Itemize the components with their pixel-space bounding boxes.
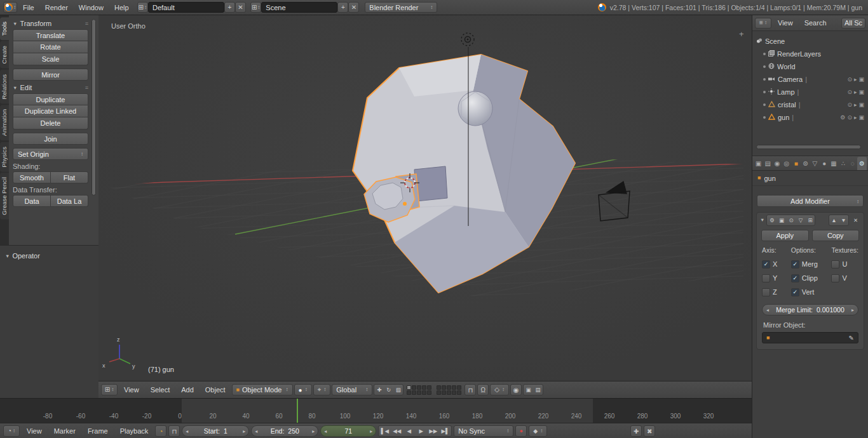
- renderable-icon[interactable]: ▣: [858, 102, 864, 108]
- modifier-editmode-toggle[interactable]: ▽: [796, 215, 805, 225]
- layer-cell[interactable]: [457, 390, 461, 395]
- proportional-edit-button[interactable]: ◉: [510, 384, 522, 395]
- timeline-editor[interactable]: -80-60-40-200204060801001201401601802002…: [0, 398, 752, 438]
- mirror-object-field[interactable]: ■ ✎: [762, 332, 858, 343]
- shelf-tab-tools[interactable]: Tools: [0, 17, 9, 40]
- data-button[interactable]: Data: [13, 195, 51, 207]
- layers-widget-group1[interactable]: [407, 385, 431, 395]
- rotate-manipulator-button[interactable]: ↻: [384, 385, 393, 395]
- eye-icon[interactable]: ⊙: [847, 76, 852, 83]
- outliner-item-scene[interactable]: Scene: [752, 35, 868, 48]
- merge-option[interactable]: ✓ Merg: [791, 257, 832, 271]
- opengl-render-anim-button[interactable]: ▤: [533, 385, 543, 395]
- scale-button[interactable]: Scale: [13, 53, 88, 65]
- viewport-canvas[interactable]: z y x: [98, 15, 752, 381]
- viewport-shading-select[interactable]: ● ↕: [294, 384, 312, 395]
- mirror-button[interactable]: Mirror: [13, 69, 88, 81]
- snap-toggle-button[interactable]: Ω: [477, 384, 489, 395]
- shelf-tab-physics[interactable]: Physics: [0, 142, 9, 172]
- scale-manipulator-button[interactable]: ▧: [393, 385, 403, 395]
- texture-v-option[interactable]: V: [831, 271, 858, 285]
- delete-button[interactable]: Delete: [13, 117, 88, 129]
- scene-name-field[interactable]: Scene: [261, 2, 337, 13]
- outliner-item-cristal[interactable]: cristal | ⊙ ▸ ▣: [752, 98, 868, 111]
- menu-object[interactable]: Object: [200, 385, 231, 395]
- shelf-tab-animation[interactable]: Animation: [0, 105, 9, 140]
- outliner-menu-search[interactable]: Search: [799, 18, 832, 28]
- vertex-groups-option[interactable]: ✓ Vert: [791, 285, 832, 299]
- delete-layout-button[interactable]: ✕: [235, 2, 246, 13]
- layer-cell[interactable]: [417, 385, 421, 390]
- timeline-menu-view[interactable]: View: [22, 426, 47, 436]
- decrement-icon[interactable]: ◂: [324, 428, 327, 434]
- outliner-display-mode-select[interactable]: All Sc: [841, 18, 865, 29]
- current-frame-field[interactable]: ◂ 71 ▸: [320, 425, 376, 437]
- tab-scene[interactable]: ◉: [773, 157, 782, 170]
- shelf-scrollbar[interactable]: [92, 19, 96, 196]
- expand-region-plus-icon[interactable]: +: [739, 29, 744, 39]
- outliner-item-world[interactable]: World: [752, 60, 868, 73]
- browse-scenes-button[interactable]: ⊞ ↕: [250, 2, 261, 13]
- layer-cell[interactable]: [452, 390, 456, 395]
- layout-name-field[interactable]: Default: [148, 2, 224, 13]
- tab-texture[interactable]: ▦: [829, 157, 839, 170]
- layer-cell[interactable]: [412, 390, 416, 395]
- menu-render[interactable]: Render: [40, 3, 73, 13]
- layer-cell[interactable]: [427, 385, 431, 390]
- outliner-item-camera[interactable]: Camera | ⊙ ▸ ▣: [752, 73, 868, 86]
- outliner-menu-view[interactable]: View: [773, 18, 798, 28]
- layer-cell[interactable]: [407, 390, 411, 395]
- add-layout-button[interactable]: +: [224, 2, 235, 13]
- checkbox-merge[interactable]: ✓: [791, 260, 799, 269]
- checkbox-x[interactable]: ✓: [762, 260, 770, 269]
- checkbox-v[interactable]: [831, 274, 839, 282]
- apply-button[interactable]: Apply: [761, 230, 809, 241]
- keying-set-select[interactable]: ◆ ↕: [529, 425, 547, 437]
- axis-y-option[interactable]: Y: [762, 271, 791, 285]
- modifier-view-toggle[interactable]: ⊙: [786, 215, 796, 225]
- tab-material[interactable]: ●: [820, 157, 829, 170]
- layer-cell[interactable]: [407, 385, 411, 390]
- layer-cell[interactable]: [442, 390, 446, 395]
- smooth-button[interactable]: Smooth: [13, 171, 51, 183]
- snap-element-select[interactable]: ◇ ↕: [490, 384, 509, 395]
- axis-z-option[interactable]: Z: [762, 285, 791, 299]
- duplicate-button[interactable]: Duplicate: [13, 93, 88, 105]
- tab-render-layers[interactable]: ▤: [763, 157, 773, 170]
- selectable-icon[interactable]: ▸: [854, 89, 857, 95]
- menu-add[interactable]: Add: [176, 385, 199, 395]
- clipping-option[interactable]: ✓ Clipp: [791, 271, 832, 285]
- decrement-icon[interactable]: ◂: [186, 428, 188, 434]
- jump-to-end-button[interactable]: ▶▌: [439, 426, 451, 436]
- outliner-scrollbar[interactable]: [756, 145, 861, 149]
- increment-icon[interactable]: ▸: [312, 428, 315, 434]
- selectable-icon[interactable]: ▸: [854, 114, 857, 121]
- collapse-icon[interactable]: ▼: [760, 217, 764, 223]
- menu-help[interactable]: Help: [109, 3, 134, 13]
- rotate-button[interactable]: Rotate: [13, 41, 88, 53]
- play-button[interactable]: ▶: [415, 426, 427, 436]
- tab-physics[interactable]: ◌: [848, 157, 857, 170]
- modifier-cage-toggle[interactable]: ⊞: [805, 215, 815, 225]
- merge-limit-field[interactable]: ◂ Merge Limit: 0.001000 ▸: [762, 304, 858, 315]
- move-up-button[interactable]: ▲: [829, 215, 839, 225]
- decrement-icon[interactable]: ◂: [255, 428, 257, 434]
- flat-button[interactable]: Flat: [51, 171, 88, 183]
- renderable-icon[interactable]: ▣: [858, 89, 864, 95]
- translate-manipulator-button[interactable]: ✚: [374, 385, 384, 395]
- tab-object-data[interactable]: ▽: [810, 157, 820, 170]
- layer-cell[interactable]: [452, 385, 456, 390]
- tab-modifiers[interactable]: ⚙: [857, 157, 867, 170]
- eye-icon[interactable]: ⊙: [847, 89, 852, 95]
- checkbox-clipping[interactable]: ✓: [791, 274, 799, 282]
- mode-select[interactable]: ■ Object Mode ↕: [232, 384, 293, 395]
- timeline-menu-playback[interactable]: Playback: [115, 426, 154, 436]
- layers-widget-group2[interactable]: [437, 385, 461, 395]
- layer-cell[interactable]: [457, 385, 461, 390]
- outliner-item-gun[interactable]: gun | ⚙ ⊙ ▸ ▣: [752, 111, 868, 124]
- shelf-tab-create[interactable]: Create: [0, 41, 9, 69]
- timeline-menu-marker[interactable]: Marker: [49, 426, 81, 436]
- browse-layouts-button[interactable]: ⊞ ↕: [137, 2, 148, 13]
- menu-file[interactable]: File: [18, 3, 39, 13]
- copy-button[interactable]: Copy: [812, 230, 860, 241]
